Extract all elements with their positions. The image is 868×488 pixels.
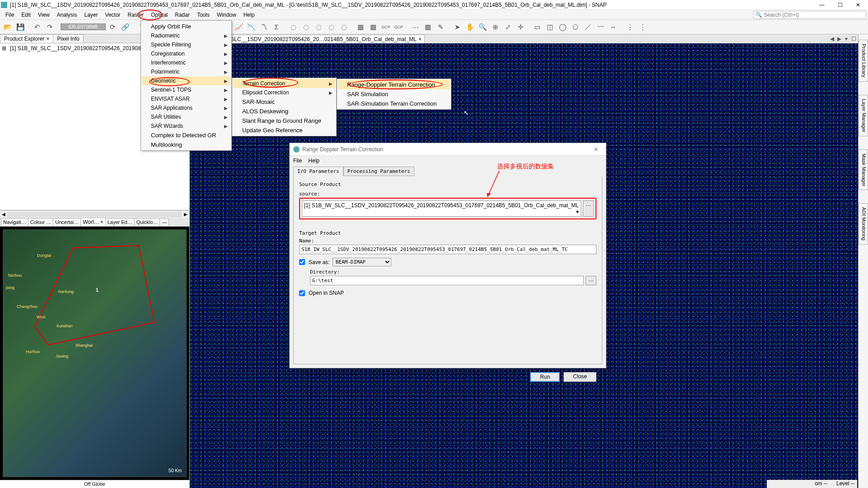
link-icon[interactable]: 🔗 — [119, 21, 131, 33]
menu-window[interactable]: Window — [213, 11, 240, 19]
tabs-list-icon[interactable]: ▾ — [843, 36, 850, 42]
menu-alos[interactable]: ALOS Deskewing — [233, 107, 335, 116]
grid-icon[interactable]: ▦ — [422, 21, 434, 33]
rect-icon[interactable]: ▭ — [531, 21, 543, 33]
menu-speckle[interactable]: Speckle Filtering▶ — [142, 40, 230, 49]
tabs-prev-icon[interactable]: ◀ — [828, 36, 835, 42]
dialog-titlebar[interactable]: Range Doppler Terrain Correction ✕ — [290, 143, 606, 156]
chart3-icon[interactable]: 〽 — [258, 21, 270, 33]
dock-close-icon[interactable]: × — [100, 219, 103, 225]
undo-icon[interactable]: ↶ — [31, 21, 43, 33]
menu-multilooking[interactable]: Multilooking — [142, 140, 230, 149]
dock-menu-icon[interactable]: — — [160, 218, 169, 226]
menu-terrain-correction[interactable]: Terrain Correction▶ — [233, 79, 335, 88]
menu-slant-range[interactable]: Slant Range to Ground Range — [233, 116, 335, 125]
grid3-icon[interactable]: ▦ — [355, 21, 366, 33]
menu-radiometric[interactable]: Radiometric▶ — [142, 31, 230, 40]
dock-world[interactable]: Worl…× — [80, 218, 105, 226]
menu-polarimetric[interactable]: Polarimetric▶ — [142, 67, 230, 76]
close-button[interactable]: Close — [563, 372, 596, 382]
dock-uncertainty[interactable]: Uncertai… — [53, 218, 81, 226]
tab-product-explorer[interactable]: Product Explorer× — [0, 34, 53, 43]
menu-sar-utils[interactable]: SAR Utilities▶ — [142, 112, 230, 121]
tree-expand-icon[interactable]: ⊞ — [2, 45, 6, 51]
hand-icon[interactable]: ✋ — [464, 21, 476, 33]
target-name-input[interactable] — [299, 245, 596, 254]
search-input[interactable]: 🔍 Search (Ctrl+I) — [753, 11, 866, 19]
menu-interferometric[interactable]: Interferometric▶ — [142, 58, 230, 67]
tab-processing-parameters[interactable]: Processing Parameters — [343, 167, 414, 176]
gcp-icon[interactable]: GCP — [380, 21, 392, 33]
menu-s1-tops[interactable]: Sentinel-1 TOPS▶ — [142, 85, 230, 94]
chart2-icon[interactable]: 📉 — [245, 21, 257, 33]
circle1-icon[interactable]: ◌ — [287, 21, 299, 33]
minimize-button[interactable]: — — [813, 0, 831, 10]
tab-close-icon[interactable]: × — [46, 36, 49, 42]
hscrollbar[interactable]: ◀ ▶ — [0, 210, 189, 218]
grid4-icon[interactable]: ▦ — [367, 21, 379, 33]
sigma-icon[interactable]: Σ — [271, 21, 282, 33]
refresh-icon[interactable]: ⟳ — [107, 21, 118, 33]
dialog-menu-file[interactable]: File — [293, 158, 302, 164]
menu-sar-apps[interactable]: SAR Applications▶ — [142, 103, 230, 112]
circle5-icon[interactable]: ◌ — [338, 21, 350, 33]
dock-navigation[interactable]: Navigati… — [1, 218, 28, 226]
circle2-icon[interactable]: ◌ — [300, 21, 312, 33]
dock-quicklook[interactable]: Quicklo… — [134, 218, 160, 226]
save-icon[interactable]: 💾 — [14, 21, 26, 33]
tab-pixel-info[interactable]: Pixel Info — [53, 34, 83, 43]
dock-layer-editor[interactable]: Layer Ed… — [105, 218, 135, 226]
menu-coregistration[interactable]: Coregistration▶ — [142, 49, 230, 58]
menu-raster[interactable]: Raster — [124, 11, 147, 19]
save-as-check[interactable] — [299, 259, 305, 265]
menu-vector[interactable]: Vector — [102, 11, 124, 19]
dialog-menu-help[interactable]: Help — [308, 158, 319, 164]
menu-optical[interactable]: Optical — [147, 11, 171, 19]
menu-radar[interactable]: Radar — [171, 11, 193, 19]
menu-layer[interactable]: Layer — [81, 11, 102, 19]
more2-icon[interactable]: ⋮ — [637, 21, 648, 33]
crosshair-icon[interactable]: ✛ — [515, 21, 526, 33]
open-in-snap-check[interactable] — [299, 290, 305, 296]
gcp2-icon[interactable]: GCP — [393, 21, 404, 33]
menu-envisat[interactable]: ENVISAT ASAR▶ — [142, 94, 230, 103]
lines-icon[interactable]: 〰 — [595, 21, 606, 33]
rect2-icon[interactable]: ◫ — [544, 21, 556, 33]
menu-complex[interactable]: Complex to Detected GR — [142, 130, 230, 140]
vtab-mask-manager[interactable]: Mask Manager — [859, 149, 868, 191]
oval-icon[interactable]: ◯ — [557, 21, 568, 33]
menu-sar-mosaic[interactable]: SAR-Mosaic — [233, 97, 335, 107]
scroll-track[interactable] — [7, 212, 182, 217]
line-icon[interactable]: ／ — [582, 21, 594, 33]
circle3-icon[interactable]: ◌ — [313, 21, 324, 33]
tabs-next-icon[interactable]: ▶ — [835, 36, 843, 42]
menu-update-geo[interactable]: Update Geo Reference — [233, 125, 335, 135]
poly-icon[interactable]: ⬠ — [569, 21, 581, 33]
chart1-icon[interactable]: 📈 — [233, 21, 244, 33]
menu-apply-orbit[interactable]: Apply Orbit File — [142, 22, 230, 31]
maximize-button[interactable]: ☐ — [831, 0, 849, 10]
directory-browse-button[interactable]: … — [586, 276, 596, 285]
menu-geometric[interactable]: Geometric▶ — [142, 76, 230, 85]
zoom-plus-icon[interactable]: ⊕ — [489, 21, 501, 33]
pencil-icon[interactable]: ✎ — [435, 21, 446, 33]
menu-tools[interactable]: Tools — [193, 11, 213, 19]
save-as-format[interactable]: BEAM-DIMAP — [333, 258, 391, 266]
scroll-left-icon[interactable]: ◀ — [0, 212, 7, 217]
source-product-combo[interactable]: [1] S1B_IW_SLC__1SDV_20190822T095426_201… — [302, 200, 581, 217]
menu-edit[interactable]: Edit — [18, 11, 34, 19]
circle4-icon[interactable]: ◌ — [325, 21, 337, 33]
close-button[interactable]: ✕ — [849, 0, 867, 10]
tabs-max-icon[interactable]: ☐ — [850, 36, 857, 42]
pointer-icon[interactable]: ➤ — [451, 21, 463, 33]
vtab-aoi-monitoring[interactable]: AOI Monitoring — [859, 203, 868, 244]
menu-ellipsoid[interactable]: Ellipsoid Correction▶ — [233, 88, 335, 97]
vtab-layer-manager[interactable]: Layer Manager — [859, 95, 868, 136]
more-icon[interactable]: ⋮ — [624, 21, 636, 33]
menu-view[interactable]: View — [34, 11, 53, 19]
scroll-right-icon[interactable]: ▶ — [182, 212, 189, 217]
range-icon[interactable]: ↔ — [607, 21, 619, 33]
menu-analysis[interactable]: Analysis — [53, 11, 81, 19]
world-view[interactable]: Dongtai Taizhou jiang Nantong Changzhou … — [0, 227, 189, 480]
menu-sar-wizards[interactable]: SAR Wizards▶ — [142, 121, 230, 130]
